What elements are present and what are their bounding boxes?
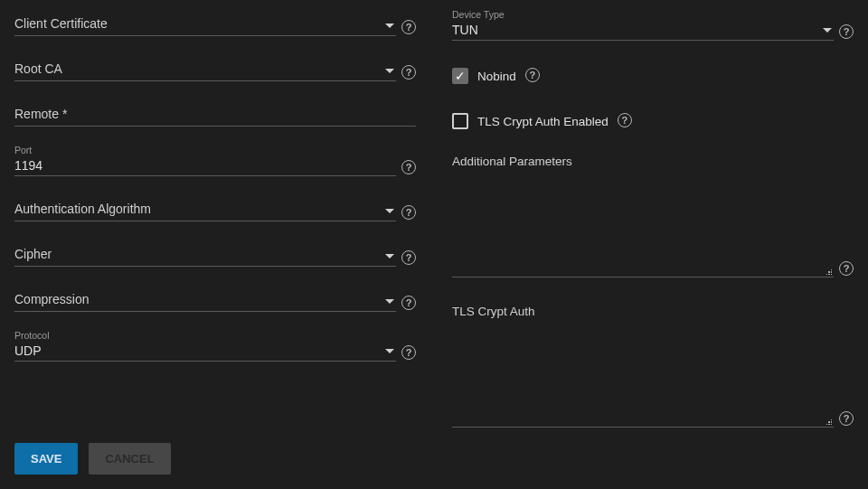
- cipher-label: Cipher: [14, 246, 385, 264]
- remote-field[interactable]: Remote *: [14, 99, 416, 127]
- additional-parameters-field[interactable]: Additional Parameters ?: [452, 149, 854, 277]
- cipher-field[interactable]: Cipher ?: [14, 240, 416, 267]
- tls-enabled-checkbox[interactable]: [452, 113, 468, 129]
- remote-label: Remote *: [14, 106, 416, 124]
- nobind-checkbox[interactable]: ✓: [452, 68, 468, 84]
- save-button[interactable]: SAVE: [14, 443, 78, 475]
- port-value[interactable]: 1194: [14, 157, 396, 174]
- help-icon[interactable]: ?: [839, 261, 854, 276]
- help-icon[interactable]: ?: [401, 345, 416, 360]
- help-icon[interactable]: ?: [839, 411, 854, 426]
- root-ca-field[interactable]: Root CA ?: [14, 54, 416, 81]
- help-icon[interactable]: ?: [401, 205, 416, 220]
- chevron-down-icon[interactable]: [385, 254, 394, 259]
- device-type-value: TUN: [452, 22, 823, 38]
- chevron-down-icon[interactable]: [385, 69, 394, 73]
- port-label: Port: [14, 145, 396, 155]
- chevron-down-icon[interactable]: [385, 209, 394, 213]
- help-icon[interactable]: ?: [401, 296, 416, 310]
- tls-enabled-checkbox-row: TLS Crypt Auth Enabled ?: [452, 113, 854, 129]
- chevron-down-icon[interactable]: [823, 28, 832, 33]
- chevron-down-icon[interactable]: [385, 299, 394, 304]
- help-icon[interactable]: ?: [618, 113, 632, 127]
- client-certificate-label: Client Certificate: [14, 15, 385, 33]
- nobind-label: Nobind: [477, 70, 516, 83]
- help-icon[interactable]: ?: [525, 68, 540, 82]
- tls-crypt-auth-label: TLS Crypt Auth: [452, 305, 854, 318]
- compression-label: Compression: [14, 291, 385, 309]
- help-icon[interactable]: ?: [401, 250, 416, 265]
- client-certificate-field[interactable]: Client Certificate ?: [14, 9, 416, 36]
- help-icon[interactable]: ?: [401, 20, 416, 34]
- root-ca-label: Root CA: [14, 61, 385, 79]
- protocol-value: UDP: [14, 343, 385, 359]
- auth-algorithm-label: Authentication Algorithm: [14, 201, 385, 219]
- device-type-field[interactable]: Device Type TUN ?: [452, 9, 854, 41]
- tls-crypt-auth-field[interactable]: TLS Crypt Auth ?: [452, 299, 854, 428]
- port-field[interactable]: Port 1194 ?: [14, 145, 416, 176]
- resize-grip-icon[interactable]: [826, 419, 833, 426]
- tls-enabled-label: TLS Crypt Auth Enabled: [477, 115, 609, 128]
- chevron-down-icon[interactable]: [385, 349, 394, 353]
- compression-field[interactable]: Compression ?: [14, 285, 416, 312]
- protocol-field[interactable]: Protocol UDP ?: [14, 330, 416, 362]
- device-type-label: Device Type: [452, 9, 823, 20]
- nobind-checkbox-row: ✓ Nobind ?: [452, 68, 854, 84]
- help-icon[interactable]: ?: [401, 160, 416, 174]
- protocol-label: Protocol: [14, 330, 385, 341]
- auth-algorithm-field[interactable]: Authentication Algorithm ?: [14, 194, 416, 221]
- resize-grip-icon[interactable]: [826, 269, 833, 276]
- cancel-button[interactable]: CANCEL: [89, 443, 170, 475]
- chevron-down-icon[interactable]: [385, 24, 394, 28]
- additional-parameters-label: Additional Parameters: [452, 155, 854, 168]
- help-icon[interactable]: ?: [401, 65, 416, 80]
- help-icon[interactable]: ?: [839, 24, 854, 39]
